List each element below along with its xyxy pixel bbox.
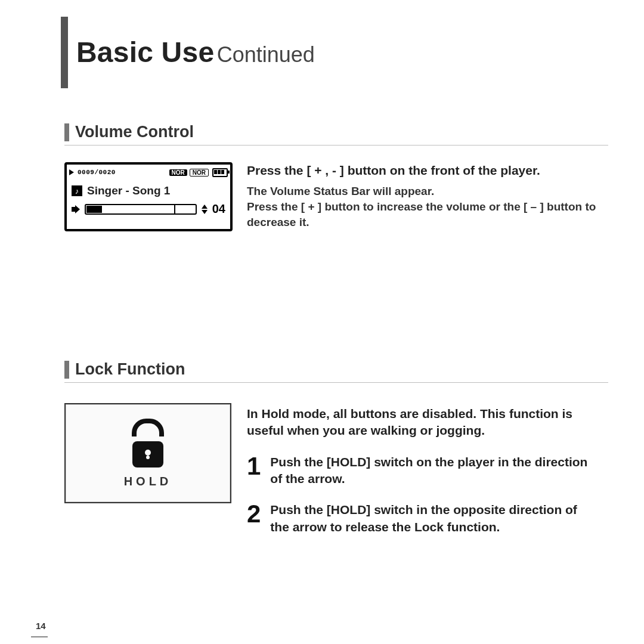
lock-lead: In Hold mode, all buttons are disabled. … [247,405,599,439]
section-accent-bar [64,361,69,379]
step-number: 1 [247,454,261,479]
section-heading: Volume Control [75,123,194,141]
title-accent-bar [61,17,68,88]
title-continued: Continued [217,42,315,67]
section-heading: Lock Function [75,360,185,379]
section-volume: Volume Control [64,123,608,145]
section-rule [64,145,608,145]
player-display: 0009/0020 NOR NOR ♪ Singer - Song 1 04 [64,162,233,231]
step-2: 2 Push the [HOLD] switch in the opposite… [247,501,599,535]
track-title: Singer - Song 1 [87,184,170,197]
lock-shackle [132,419,164,436]
battery-icon [212,168,228,177]
page-number: 14 [36,621,46,631]
step-text: Push the [HOLD] switch in the opposite d… [270,501,599,535]
title-main: Basic Use [76,36,214,68]
eq-badge: NOR [169,169,187,176]
volume-lead: Press the [ + , - ] button on the front … [247,162,599,179]
step-1: 1 Push the [HOLD] switch on the player i… [247,454,599,488]
manual-page: Basic Use Continued Volume Control 0009/… [0,0,644,644]
mode-badge: NOR [190,169,209,177]
section-lock: Lock Function [64,360,608,383]
music-note-icon: ♪ [72,185,82,196]
volume-value: 04 [212,202,225,216]
lock-instructions: In Hold mode, all buttons are disabled. … [247,405,599,535]
volume-instructions: Press the [ + , - ] button on the front … [247,162,599,230]
step-number: 2 [247,501,261,527]
volume-bar [85,204,197,215]
volume-body2: Press the [ + ] button to increase the v… [247,199,599,230]
display-status-row: 0009/0020 NOR NOR [67,165,230,181]
step-text: Push the [HOLD] switch on the player in … [270,454,599,488]
display-track-row: ♪ Singer - Song 1 [67,181,230,200]
section-accent-bar [64,123,69,141]
display-volume-row: 04 [67,200,230,219]
hold-display: HOLD [64,403,231,503]
play-icon [69,169,74,175]
section-rule [64,382,608,383]
up-down-icon [202,205,208,214]
track-counter: 0009/0020 [78,169,116,176]
lock-icon [132,441,163,467]
volume-body1: The Volume Status Bar will appear. [247,184,599,199]
speaker-icon [72,205,81,213]
page-title: Basic Use Continued [76,36,315,69]
hold-label: HOLD [124,475,172,488]
